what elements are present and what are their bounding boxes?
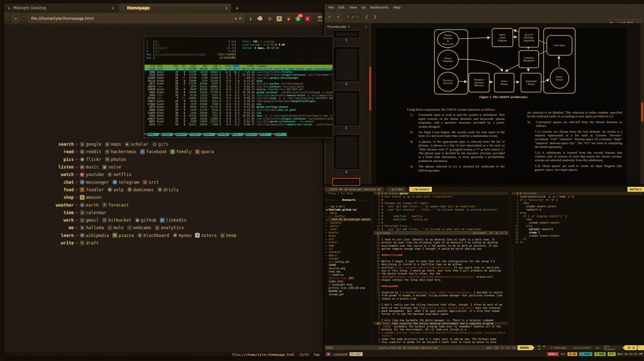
ublock-icon[interactable]: µ xyxy=(286,15,292,22)
homepage-link-music[interactable]: ▶music xyxy=(80,164,99,169)
sidebar-scrollbar[interactable] xyxy=(369,23,371,184)
homepage-link-flickr[interactable]: ●flickr xyxy=(80,157,101,162)
homepage-link-quora[interactable]: Qquora xyxy=(195,149,214,154)
process-row[interactable]: 3320tyler2001347M436M21744S2.65.551:41.5… xyxy=(145,73,333,76)
menu-hamburger-icon[interactable] xyxy=(317,15,323,22)
homepage-link-feedly[interactable]: ffeedly xyxy=(170,149,191,154)
homepage-link-netflix[interactable]: Nnetflix xyxy=(107,172,132,177)
fnkey[interactable]: F5 xyxy=(201,133,204,136)
process-row[interactable]: 3501tyler20042156196401292S0.00.216:03.8… xyxy=(145,114,333,117)
history-back-button[interactable]: ❮ xyxy=(364,13,370,21)
page-thumbnail-4[interactable] xyxy=(333,46,360,82)
sidebar-mode-label[interactable]: Thumbnails xyxy=(327,25,346,29)
homepage-link-google[interactable]: ggoogle xyxy=(80,142,101,147)
fnkey[interactable]: F4 xyxy=(187,133,190,136)
fnkey-label[interactable]: Nice + xyxy=(246,133,257,136)
homepage-link-blackboard[interactable]: bblackboard xyxy=(138,233,169,238)
process-row[interactable]: 24037tyler200497M267405252S0.70.34:10.34… xyxy=(145,100,333,103)
fnkey-label[interactable]: Quit xyxy=(276,133,287,136)
homepage-link-myneu[interactable]: ✾myneu xyxy=(173,233,191,238)
lastpass-icon[interactable]: ✱ xyxy=(305,15,311,22)
process-row[interactable]: 19484tyler39191670M214M18300S0.72.71h04:… xyxy=(145,76,333,79)
tab-homepage[interactable]: ⬚ Homepage x xyxy=(118,3,231,13)
homepage-link-reddit[interactable]: ☺reddit xyxy=(80,149,101,154)
homepage-link-github[interactable]: ◉github xyxy=(135,218,156,223)
history-clock-icon[interactable]: ◷ xyxy=(267,15,273,22)
homepage-link-amazon[interactable]: aamazon xyxy=(80,195,101,200)
fnkey-label[interactable]: Search xyxy=(176,133,187,136)
process-table-header[interactable]: PIDUSERPRINIVIRTRESSHRSCPU%MEM%TIME+Comm… xyxy=(145,65,333,68)
fnkey-label[interactable]: Nice - xyxy=(232,133,243,136)
process-row[interactable]: 2405root200872M370243552S0.00.50:11.33/u… xyxy=(145,94,333,97)
homepage-link-mule[interactable]: ♘mule xyxy=(107,225,124,230)
page-thumbnail-5[interactable] xyxy=(333,90,360,126)
reload-icon[interactable]: ⟳ xyxy=(239,16,242,21)
new-tab-button[interactable]: + xyxy=(233,5,241,12)
process-row[interactable]: 1340root2002375M2012M275MS0.025.358:12.2… xyxy=(145,68,333,71)
forward-button[interactable] xyxy=(22,16,26,21)
homepage-link-telegram[interactable]: ➤telegram xyxy=(112,180,139,185)
homepage-link-earth[interactable]: ◍earth xyxy=(80,203,99,208)
back-button[interactable]: ← xyxy=(12,14,20,23)
process-row[interactable]: 2872tyler2001115M964686420S0.71.24:21.44… xyxy=(145,82,333,85)
homepage-link-drizly[interactable]: ddrizly xyxy=(157,187,179,192)
fnkey-label[interactable]: Setup xyxy=(162,133,173,136)
fnkey[interactable]: F10 xyxy=(271,133,276,136)
process-row[interactable]: 21050tyler200182M206487552S0.00.30:02.43… xyxy=(145,111,333,114)
fnkey[interactable]: F6 xyxy=(215,133,218,136)
process-row[interactable]: 3462tyler2001064M4396815700S0.70.510:36.… xyxy=(145,91,333,94)
tab-close-icon[interactable]: x xyxy=(224,6,229,10)
adblock-icon[interactable]: ‖21 xyxy=(295,15,301,22)
homepage-link-facebook[interactable]: ffacebook xyxy=(140,149,167,154)
tab-close-icon[interactable]: x xyxy=(111,6,115,10)
fnkey[interactable]: F3 xyxy=(173,133,176,136)
sidebar-close-icon[interactable]: ✗ xyxy=(365,25,367,29)
page-up-button[interactable]: ∧ xyxy=(326,13,333,21)
homepage-link-scholar[interactable]: ◆scholar xyxy=(125,142,149,147)
process-row[interactable]: 8667tyler200554M1906012524S0.00.20:02.01… xyxy=(145,120,333,123)
addon-puzzle-icon[interactable] xyxy=(257,15,263,22)
homepage-link-maps[interactable]: gmaps xyxy=(105,142,121,147)
history-forward-button[interactable]: ❯ xyxy=(372,13,378,21)
process-row[interactable]: 2870tyler200856M2501214716S0.00.30:03.60… xyxy=(145,106,333,109)
homepage-link-noise[interactable]: ▦noise xyxy=(102,164,121,169)
process-row[interactable]: 24017tyler200305M1929612088S0.00.21:57.9… xyxy=(145,117,333,120)
homepage-link-calendar[interactable]: gcalendar xyxy=(80,210,106,215)
url-dropdown-icon[interactable]: ▾ xyxy=(235,16,237,21)
menu-edit[interactable]: Edit xyxy=(337,5,346,10)
homepage-link-youtube[interactable]: ▶youtube xyxy=(80,172,104,177)
fnkey[interactable]: F7 xyxy=(229,133,232,136)
download-icon[interactable]: ↓ xyxy=(248,15,254,22)
fnkey-label[interactable]: SortBy xyxy=(218,133,229,136)
process-row[interactable]: 2986tyler2007692M1453M60864R12.518.25h25… xyxy=(145,70,333,73)
fnkey[interactable]: F2 xyxy=(159,133,162,136)
tab-midnight-desktop[interactable]: ♞ Midnight Desktop x xyxy=(4,3,118,13)
homepage-link-foodler[interactable]: ffoodler xyxy=(80,187,104,192)
process-row[interactable]: 16744root0-2044800325323508S0.00.40:08.2… xyxy=(145,97,333,100)
process-row[interactable]: 28114tyler2001380M147M25196S0.01.80:11.6… xyxy=(145,79,333,82)
invert-script-pane[interactable]: 1#!/bin/bash1inverted=$(xcalib -a -p | h… xyxy=(512,192,643,345)
homepage-link-dominoes[interactable]: ⚃dominoes xyxy=(127,187,154,192)
homepage-link-zotero[interactable]: Zzotero xyxy=(195,233,216,238)
menu-view[interactable]: View xyxy=(347,5,359,10)
tmux-window-label[interactable]: 0:vim* xyxy=(350,352,363,356)
fnkey[interactable]: F1 xyxy=(145,133,148,136)
markdown-git-pane[interactable]: 1# On branch master1# Your branch is up-… xyxy=(374,192,508,345)
stylish-icon[interactable]: S xyxy=(276,15,282,22)
homepage-link-wikipedia[interactable]: Wwikipedia xyxy=(80,233,109,238)
menu-bookmarks[interactable]: Bookmarks xyxy=(369,5,391,10)
nerdtree-pane[interactable]: " Press ? for help>----------Bookmarks--… xyxy=(326,192,371,345)
fnkey-label[interactable]: Tree xyxy=(204,133,215,136)
homepage-link-gmail[interactable]: ggmail xyxy=(80,218,99,223)
homepage-link-piazza[interactable]: Ppiazza xyxy=(112,233,134,238)
fnkey[interactable]: F9 xyxy=(257,133,260,136)
fnkey-label[interactable]: Filter xyxy=(190,133,201,136)
homepage-link-bitbucket[interactable]: ▽bitbucket xyxy=(102,218,131,223)
homepage-link-yelp[interactable]: ✱yelp xyxy=(107,187,124,192)
homepage-link-webcams[interactable]: ♘webcams xyxy=(127,225,151,230)
homepage-link-forecast[interactable]: Fforecast xyxy=(102,203,129,208)
fnkey-label[interactable]: Kill xyxy=(260,133,271,136)
page-thumbnail-6[interactable] xyxy=(333,134,360,170)
homepage-link-draft[interactable]: ✎draft xyxy=(80,240,99,245)
process-row[interactable]: 2415root20095352188361280S0.00.20:00.17/… xyxy=(145,123,333,126)
